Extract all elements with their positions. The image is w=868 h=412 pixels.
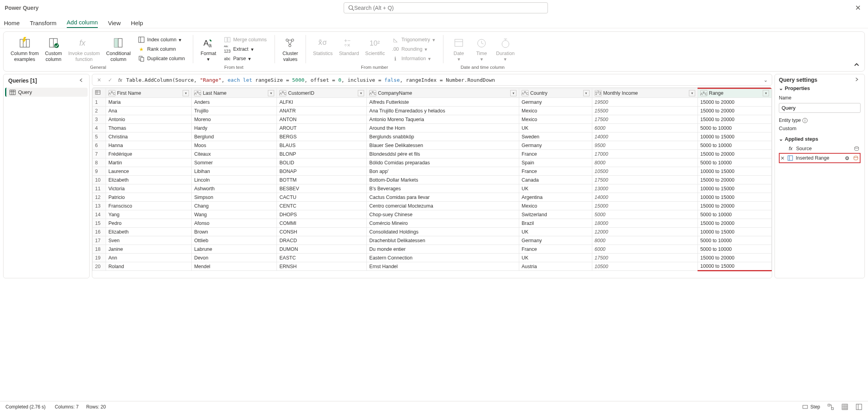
cell-monthly-income[interactable]: 18000 [592, 219, 698, 228]
column-header-first-name[interactable]: ABCFirst Name▾ [106, 88, 192, 98]
table-row[interactable]: 12PatricioSimpsonCACTUCactus Comidas par… [93, 193, 772, 202]
cell-last-name[interactable]: Devon [192, 254, 277, 262]
cell-company-name[interactable]: Drachenblut Delikatessen [367, 236, 519, 245]
row-number[interactable]: 13 [93, 202, 106, 210]
cell-first-name[interactable]: Hanna [106, 141, 192, 150]
cell-customer-id[interactable]: BLAUS [277, 141, 367, 150]
cell-range[interactable]: 10000 to 15000 [698, 193, 772, 202]
row-number[interactable]: 1 [93, 98, 106, 107]
cell-range[interactable]: 15000 to 20000 [698, 107, 772, 115]
cell-customer-id[interactable]: ANATR [277, 107, 367, 115]
cell-customer-id[interactable]: BESBEV [277, 184, 367, 193]
column-filter-button[interactable]: ▾ [763, 90, 769, 96]
cell-last-name[interactable]: Moreno [192, 115, 277, 124]
cell-first-name[interactable]: Maria [106, 98, 192, 107]
row-number[interactable]: 10 [93, 176, 106, 184]
cell-company-name[interactable]: Blondesddsl pére et fils [367, 150, 519, 158]
column-filter-button[interactable]: ▾ [358, 90, 364, 96]
cell-company-name[interactable]: Ernst Handel [367, 262, 519, 271]
cell-range[interactable]: 15000 to 20000 [698, 98, 772, 107]
cell-customer-id[interactable]: CACTU [277, 193, 367, 202]
cell-first-name[interactable]: Thomas [106, 124, 192, 132]
type-icon[interactable]: ABC [369, 90, 376, 96]
column-header-company-name[interactable]: ABCCompanyName▾ [367, 88, 519, 98]
cell-first-name[interactable]: Roland [106, 262, 192, 271]
settings-collapse-button[interactable] [853, 77, 861, 83]
row-number[interactable]: 17 [93, 236, 106, 245]
cell-customer-id[interactable]: BERGS [277, 132, 367, 141]
cell-last-name[interactable]: Chang [192, 202, 277, 210]
column-header-range[interactable]: ABCRange▾ [698, 88, 772, 98]
index-column-button[interactable]: Index column ▾ [136, 35, 187, 44]
cell-last-name[interactable]: Berglund [192, 132, 277, 141]
cluster-values-button[interactable]: Cluster values [279, 35, 302, 63]
cell-country[interactable]: France [519, 150, 592, 158]
cell-customer-id[interactable]: DHOPS [277, 210, 367, 219]
cell-last-name[interactable]: Brown [192, 228, 277, 236]
row-number[interactable]: 5 [93, 132, 106, 141]
table-row[interactable]: 19AnnDevonEASTCEastern ConnectionUK17500… [93, 254, 772, 262]
cell-company-name[interactable]: Du monde entier [367, 245, 519, 254]
cell-customer-id[interactable]: ANTON [277, 115, 367, 124]
cell-company-name[interactable]: B's Beverages [367, 184, 519, 193]
cell-range[interactable]: 15000 to 20000 [698, 115, 772, 124]
cell-country[interactable]: Mexico [519, 115, 592, 124]
cell-monthly-income[interactable]: 10500 [592, 262, 698, 271]
cell-first-name[interactable]: Janine [106, 245, 192, 254]
cell-first-name[interactable]: Pedro [106, 219, 192, 228]
type-icon[interactable]: 123 [595, 90, 602, 96]
cell-monthly-income[interactable]: 14000 [592, 132, 698, 141]
gear-icon[interactable]: ⚙ [844, 155, 850, 161]
cell-range[interactable]: 15000 to 20000 [698, 254, 772, 262]
cell-company-name[interactable]: Alfreds Futterkiste [367, 98, 519, 107]
cell-country[interactable]: Mexico [519, 107, 592, 115]
column-header-country[interactable]: ABCCountry▾ [519, 88, 592, 98]
cell-country[interactable]: Brazil [519, 219, 592, 228]
cell-country[interactable]: UK [519, 254, 592, 262]
cell-country[interactable]: Canada [519, 176, 592, 184]
table-row[interactable]: 18JanineLabruneDUMONDu monde entierFranc… [93, 245, 772, 254]
table-row[interactable]: 15PedroAfonsoCOMMIComércio MineiroBrazil… [93, 219, 772, 228]
cell-country[interactable]: Germany [519, 98, 592, 107]
cell-country[interactable]: Mexico [519, 202, 592, 210]
table-row[interactable]: 2AnaTrujilloANATRAna Trujillo Emaredados… [93, 107, 772, 115]
tab-help[interactable]: Help [131, 18, 143, 28]
cell-range[interactable]: 15000 to 20000 [698, 202, 772, 210]
row-number[interactable]: 18 [93, 245, 106, 254]
cell-range[interactable]: 5000 to 10000 [698, 210, 772, 219]
cell-range[interactable]: 5000 to 10000 [698, 158, 772, 167]
custom-column-button[interactable]: Custom column [42, 35, 65, 63]
tab-transform[interactable]: Transform [30, 18, 57, 28]
cell-customer-id[interactable]: CENTC [277, 202, 367, 210]
cell-first-name[interactable]: Antonio [106, 115, 192, 124]
cell-country[interactable]: Argentina [519, 193, 592, 202]
cell-company-name[interactable]: Centro comercial Moctezuma [367, 202, 519, 210]
cell-country[interactable]: Switzerland [519, 210, 592, 219]
cell-monthly-income[interactable]: 10500 [592, 167, 698, 176]
table-row[interactable]: 9LaurenceLibihanBONAPBon app'France10500… [93, 167, 772, 176]
cell-company-name[interactable]: Around the Horn [367, 124, 519, 132]
cell-last-name[interactable]: Labrune [192, 245, 277, 254]
cell-range[interactable]: 5000 to 10000 [698, 124, 772, 132]
cell-customer-id[interactable]: AROUT [277, 124, 367, 132]
cell-last-name[interactable]: Citeaux [192, 150, 277, 158]
applied-step-inserted-range[interactable]: ✕ Inserted Range ⚙ [779, 153, 861, 163]
cell-last-name[interactable]: Anders [192, 98, 277, 107]
query-item[interactable]: Query [5, 88, 88, 97]
cell-country[interactable]: UK [519, 124, 592, 132]
cell-company-name[interactable]: Comércio Mineiro [367, 219, 519, 228]
cell-company-name[interactable]: Bon app' [367, 167, 519, 176]
cell-company-name[interactable]: Bottom-Dollar Markets [367, 176, 519, 184]
cell-last-name[interactable]: Ottlieb [192, 236, 277, 245]
cell-monthly-income[interactable]: 17500 [592, 254, 698, 262]
grid-corner[interactable] [93, 88, 106, 98]
row-number[interactable]: 7 [93, 150, 106, 158]
type-icon[interactable]: ABC [700, 90, 707, 96]
column-filter-button[interactable]: ▾ [510, 90, 516, 96]
cell-monthly-income[interactable]: 19500 [592, 98, 698, 107]
cell-monthly-income[interactable]: 8000 [592, 158, 698, 167]
cell-monthly-income[interactable]: 13000 [592, 184, 698, 193]
extract-button[interactable]: ᴬᴮᶜ123 Extract ▾ [222, 44, 268, 54]
cell-monthly-income[interactable]: 9500 [592, 141, 698, 150]
table-row[interactable]: 5ChristinaBerglundBERGSBerglunds snabbkö… [93, 132, 772, 141]
